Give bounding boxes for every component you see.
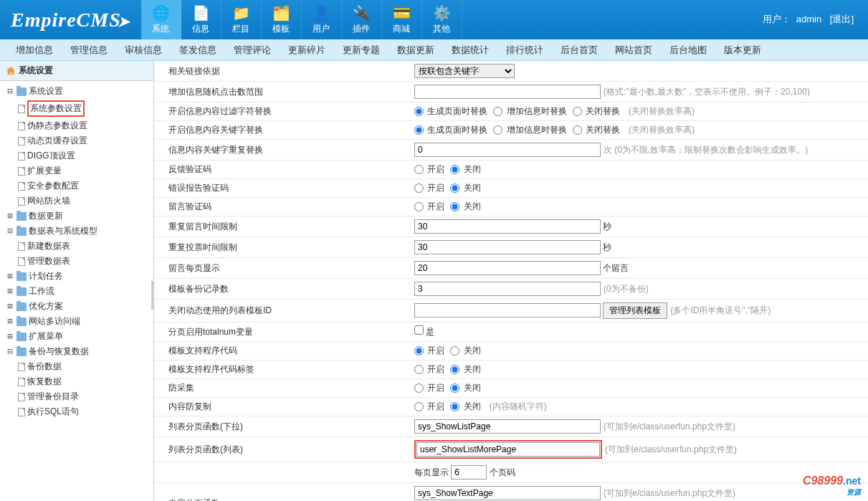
nav-item-插件[interactable]: 🔌插件 [342, 0, 382, 39]
radio-option[interactable]: 关闭替换 [573, 106, 620, 116]
totalnum-checkbox[interactable] [414, 325, 424, 335]
subnav-link[interactable]: 后台地图 [661, 44, 715, 57]
tree-toggle-icon[interactable]: ⊟ [6, 346, 14, 356]
perpage-input[interactable] [451, 465, 487, 479]
radio-input[interactable] [450, 202, 459, 211]
radio-option[interactable]: 关闭 [450, 164, 480, 174]
radio-option[interactable]: 生成页面时替换 [414, 125, 487, 135]
radio-option[interactable]: 关闭 [450, 383, 480, 393]
subnav-link[interactable]: 更新专题 [334, 44, 388, 57]
msg-repeat-time-input[interactable] [414, 219, 601, 234]
radio-input[interactable] [450, 165, 459, 174]
radio-input[interactable] [450, 346, 459, 356]
tree-node[interactable]: ⊞优化方案 [0, 299, 153, 314]
tree-node[interactable]: 管理数据表 [13, 254, 153, 269]
tree-node[interactable]: 执行SQL语句 [13, 404, 153, 419]
tree-node[interactable]: ⊟数据表与系统模型 [0, 224, 153, 239]
list-page-func-input[interactable] [414, 419, 601, 434]
tree-node[interactable]: 新建数据表 [13, 239, 153, 254]
radio-option[interactable]: 关闭 [450, 201, 480, 211]
subnav-link[interactable]: 审核信息 [116, 44, 171, 57]
nav-item-栏目[interactable]: 📁栏目 [221, 0, 262, 39]
radio-input[interactable] [414, 346, 424, 356]
radio-input[interactable] [493, 125, 502, 135]
radio-option[interactable]: 增加信息时替换 [493, 106, 566, 116]
tpl-backup-input[interactable] [414, 282, 601, 296]
radio-input[interactable] [493, 107, 502, 116]
subnav-link[interactable]: 版本更新 [715, 44, 770, 57]
related-link-select[interactable]: 按联包含关键字 [414, 64, 515, 78]
text-page-func-input[interactable] [414, 486, 601, 500]
radio-input[interactable] [450, 402, 459, 411]
radio-option[interactable]: 关闭 [450, 364, 480, 374]
radio-input[interactable] [573, 125, 582, 135]
keyword-repeat-input[interactable] [414, 143, 601, 157]
nav-item-信息[interactable]: 📄信息 [181, 0, 221, 39]
subnav-link[interactable]: 管理评论 [225, 44, 280, 57]
divider-handle[interactable] [151, 281, 154, 310]
radio-option[interactable]: 生成页面时替换 [414, 106, 487, 116]
radio-option[interactable]: 开启 [414, 383, 444, 393]
radio-option[interactable]: 开启 [414, 183, 444, 193]
tree-node[interactable]: DIGG顶设置 [13, 148, 153, 163]
tree-node[interactable]: 备份数据 [13, 359, 153, 374]
subnav-link[interactable]: 网站首页 [606, 44, 661, 57]
tree-node[interactable]: 系统参数设置 [13, 99, 153, 118]
tree-toggle-icon[interactable]: ⊞ [6, 301, 14, 311]
tree-node[interactable]: ⊟系统设置 [0, 84, 153, 99]
subnav-link[interactable]: 增加信息 [7, 44, 62, 57]
tree-node[interactable]: 网站防火墙 [13, 194, 153, 209]
subnav-link[interactable]: 签发信息 [171, 44, 225, 57]
tree-node[interactable]: 伪静态参数设置 [13, 118, 153, 133]
tree-toggle-icon[interactable]: ⊞ [6, 316, 14, 326]
tree-node[interactable]: ⊞工作流 [0, 284, 153, 299]
radio-input[interactable] [414, 183, 424, 193]
radio-option[interactable]: 开启 [414, 201, 444, 211]
tree-toggle-icon[interactable]: ⊞ [6, 331, 14, 341]
tree-node[interactable]: ⊞数据更新 [0, 209, 153, 224]
nav-item-模板[interactable]: 🗂️模板 [262, 0, 302, 39]
radio-input[interactable] [414, 107, 424, 116]
logout-link[interactable]: [退出] [830, 14, 854, 24]
close-list-tpl-input[interactable] [414, 303, 601, 318]
tree-node[interactable]: ⊞扩展菜单 [0, 329, 153, 344]
radio-input[interactable] [414, 202, 424, 211]
radio-input[interactable] [450, 183, 459, 193]
subnav-link[interactable]: 排行统计 [497, 44, 552, 57]
tree-toggle-icon[interactable]: ⊞ [6, 286, 14, 296]
tree-node[interactable]: 恢复数据 [13, 374, 153, 389]
radio-option[interactable]: 关闭 [450, 401, 480, 411]
radio-input[interactable] [414, 125, 424, 135]
radio-option[interactable]: 开启 [414, 345, 444, 356]
radio-option[interactable]: 关闭替换 [573, 125, 620, 135]
radio-option[interactable]: 开启 [414, 364, 444, 374]
subnav-link[interactable]: 更新碎片 [280, 44, 334, 57]
tree-node[interactable]: 管理备份目录 [13, 389, 153, 404]
manage-list-tpl-button[interactable]: 管理列表模板 [603, 302, 667, 319]
nav-item-用户[interactable]: 👤用户 [302, 0, 342, 39]
radio-input[interactable] [414, 383, 424, 393]
radio-input[interactable] [450, 365, 459, 374]
nav-item-其他[interactable]: ⚙️其他 [422, 0, 462, 39]
tree-toggle-icon[interactable]: ⊟ [6, 86, 14, 96]
tree-node[interactable]: ⊟备份与恢复数据 [0, 344, 153, 359]
tree-toggle-icon[interactable]: ⊞ [6, 211, 14, 221]
tree-toggle-icon[interactable]: ⊟ [6, 226, 14, 236]
radio-input[interactable] [414, 402, 424, 411]
list-page-more-func-input[interactable] [416, 442, 600, 457]
tree-node[interactable]: 安全参数配置 [13, 178, 153, 194]
radio-input[interactable] [414, 365, 424, 374]
tree-node[interactable]: 扩展变量 [13, 163, 153, 178]
radio-input[interactable] [414, 165, 424, 174]
radio-option[interactable]: 开启 [414, 164, 444, 174]
nav-item-系统[interactable]: 🌐系统 [141, 0, 181, 39]
vote-repeat-time-input[interactable] [414, 240, 601, 254]
random-click-input[interactable] [414, 85, 601, 99]
radio-option[interactable]: 开启 [414, 401, 444, 411]
tree-node[interactable]: 动态页缓存设置 [13, 133, 153, 148]
tree-node[interactable]: ⊞网站多访问端 [0, 314, 153, 329]
tree-toggle-icon[interactable]: ⊞ [6, 271, 14, 281]
msg-perpage-input[interactable] [414, 261, 601, 275]
subnav-link[interactable]: 管理信息 [62, 44, 116, 57]
radio-option[interactable]: 关闭 [450, 183, 480, 193]
